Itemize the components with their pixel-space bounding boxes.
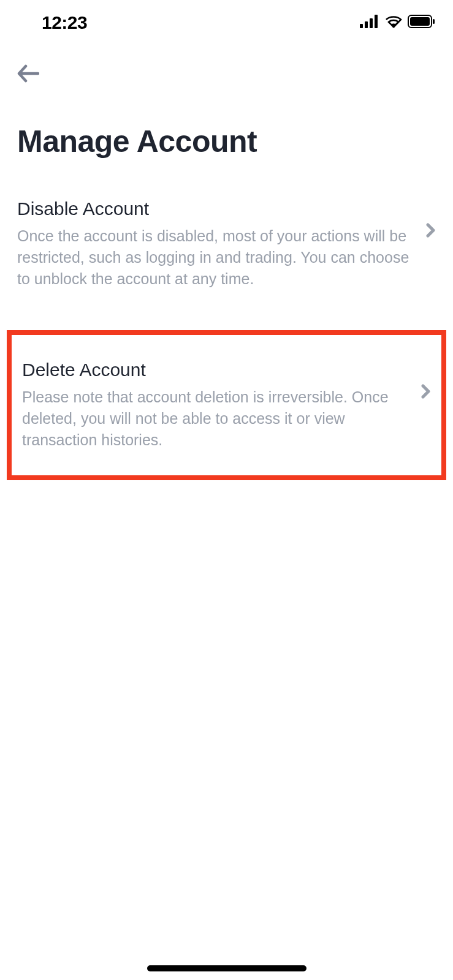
svg-rect-0 [360, 24, 363, 28]
svg-rect-3 [375, 15, 378, 28]
page-title: Manage Account [0, 87, 453, 184]
status-indicators [360, 15, 436, 31]
svg-point-4 [392, 25, 395, 28]
cellular-icon [360, 15, 379, 31]
status-time: 12:23 [17, 12, 87, 33]
battery-icon [408, 15, 436, 31]
svg-rect-6 [410, 17, 430, 26]
option-title: Disable Account [17, 198, 415, 219]
option-delete-account[interactable]: Delete Account Please note that account … [12, 335, 441, 475]
arrow-left-icon [17, 64, 39, 85]
option-desc: Please note that account deletion is irr… [22, 386, 410, 451]
nav-bar [0, 37, 453, 87]
home-indicator[interactable] [147, 965, 306, 971]
option-text: Disable Account Once the account is disa… [17, 198, 415, 290]
svg-rect-2 [370, 18, 373, 28]
wifi-icon [384, 15, 403, 31]
svg-rect-1 [365, 21, 368, 28]
svg-rect-7 [433, 19, 435, 24]
status-bar: 12:23 [0, 0, 453, 37]
back-button[interactable] [17, 62, 42, 87]
option-disable-account[interactable]: Disable Account Once the account is disa… [0, 184, 453, 308]
chevron-right-icon [421, 384, 431, 401]
option-text: Delete Account Please note that account … [22, 360, 410, 451]
highlight-box: Delete Account Please note that account … [7, 330, 446, 480]
option-desc: Once the account is disabled, most of yo… [17, 225, 415, 290]
chevron-right-icon [426, 223, 436, 240]
option-title: Delete Account [22, 360, 410, 380]
